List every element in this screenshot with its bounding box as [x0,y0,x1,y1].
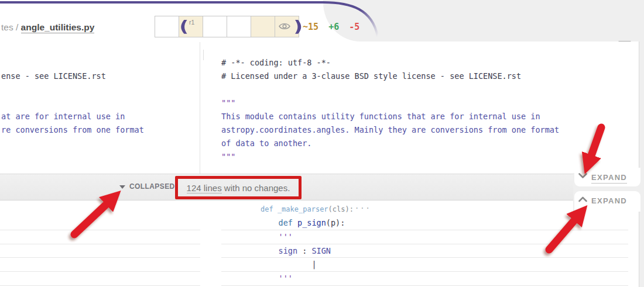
revision-cell-3[interactable] [227,16,251,37]
code-line: """ [221,96,631,110]
annotation-red-box: 124 lines with no changes. [175,176,302,199]
code-line: def p_sign(p): [221,216,628,230]
eye-icon [279,22,290,30]
collapsed-banner: COLLAPSED: 124 lines with no changes. [0,174,575,200]
context-ellipsis: ··· [355,204,371,212]
code-line [0,230,200,244]
context-function-header: def _make_parser(cls): [261,203,354,215]
collapsed-message-rest: with no changes. [222,183,290,193]
code-line [1,150,200,164]
stat-added: +6 [328,22,339,32]
code-line [0,216,200,230]
collapsed-label: COLLAPSED: [129,182,177,191]
diff-pane-original: ense - see LICENSE.rstat are for interna… [1,56,200,164]
diff-pane-modified-bottom: def p_sign(p): ''' sign : SIGN | ''' [221,216,628,286]
code-line: of data to another. [221,137,631,150]
collapsed-message[interactable]: 124 lines with no changes. [187,183,290,193]
breadcrumb-prefix: tes / [1,22,18,32]
code-line: sign : SIGN [221,244,628,258]
expand-below-label[interactable]: EXPAND [591,196,627,205]
gutter-tick [203,50,204,60]
revision-cell-2[interactable] [203,16,227,37]
expand-above-label[interactable]: EXPAND [591,173,627,184]
code-line: ''' [221,272,628,286]
diff-pane-original-bottom [0,216,200,286]
collapsed-lines-link[interactable]: 124 lines [187,183,222,193]
code-line: at are for internal use in [1,110,200,123]
chevron-up-icon [578,196,587,202]
code-line: This module contains utility functions t… [221,110,631,123]
code-line [0,272,200,286]
diff-viewer: tes / angle_utilities.py ( r1 ) ~15 +6 -… [0,0,644,287]
code-line [1,137,200,150]
code-line: re conversions from one format [1,123,200,137]
code-line: | [221,258,628,272]
revision-selector: ( r1 ) [155,16,299,37]
context-segment: (cls): [328,205,354,213]
code-line [0,258,200,272]
context-segment: def _make_parser [261,205,328,213]
code-line [0,244,200,258]
diff-stats: ~15 +6 -5 [303,22,359,32]
code-line [1,56,200,70]
pane-divider [200,42,200,174]
revision-cell-orig[interactable] [155,16,179,37]
revision-range-open-paren-icon: ( [179,18,189,34]
code-line: ense - see LICENSE.rst [1,70,200,83]
code-line [1,96,200,110]
code-line: """ [221,150,631,164]
stat-deleted: -5 [349,22,359,32]
revision-cell-r1[interactable]: ( r1 [179,16,203,37]
revision-label: r1 [189,19,194,26]
code-line: # -*- coding: utf-8 -*- [221,56,631,70]
filename-link[interactable]: angle_utilities.py [21,22,95,33]
code-line: astropy.coordinates.angles. Mainly they … [221,123,631,137]
breadcrumb: tes / angle_utilities.py [1,22,94,33]
code-line [221,83,631,96]
diff-pane-modified: # -*- coding: utf-8 -*-# Licensed under … [221,56,631,164]
code-line [1,83,200,96]
expand-below-button[interactable]: EXPAND [574,191,640,212]
expand-above-button[interactable]: EXPAND [574,168,640,186]
revision-cell-current[interactable]: ) [275,16,299,37]
revision-range-close-paren-icon: ) [293,18,303,34]
stat-modified: ~15 [303,22,318,32]
chevron-down-icon [578,173,587,179]
code-line: ''' [221,230,628,244]
collapse-toggle-triangle-icon[interactable] [119,185,125,189]
code-line: # Licensed under a 3-clause BSD style li… [221,70,631,83]
revision-cell-4[interactable] [251,16,275,37]
